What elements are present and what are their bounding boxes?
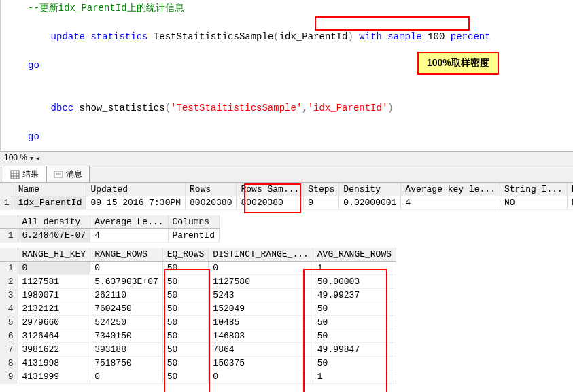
table-row[interactable]: 9413199905001 [0, 370, 396, 384]
kw-go-2: go [28, 131, 39, 142]
results-area: Name Updated Rows Rows Sam... Steps Dens… [0, 183, 573, 384]
col-eq-rows[interactable]: EQ_ROWS [162, 248, 209, 262]
col-string-index[interactable]: String I... [500, 183, 567, 196]
table-row[interactable]: 7398162239318850786449.99847 [0, 343, 396, 357]
col-avg-key-len[interactable]: Average key le... [401, 183, 500, 196]
row-header-blank [0, 183, 14, 196]
table-row[interactable]: 4213212176024505015204950 [0, 302, 396, 316]
svg-rect-0 [11, 171, 19, 179]
kw-dbcc: dbcc [51, 103, 74, 113]
annotation-density: 100%取样密度 [417, 52, 499, 75]
col-rows-sampled[interactable]: Rows Sam... [237, 183, 304, 196]
results-grid-density[interactable]: All density Average Le... Columns 1 6.24… [0, 215, 220, 243]
messages-icon [54, 170, 63, 179]
sql-editor-pane[interactable]: --更新idx_ParentId上的统计信息 update statistics… [0, 0, 573, 151]
col-updated[interactable]: Updated [86, 183, 186, 196]
table-row[interactable]: 6312646473401505014680350 [0, 329, 396, 343]
tab-messages[interactable]: 消息 [46, 166, 90, 182]
table-row[interactable]: 3198007126211050524349.99237 [0, 289, 396, 302]
zoom-bar[interactable]: 100 % ▾ ◂ [0, 151, 573, 164]
results-tabs: 结果 消息 [0, 164, 573, 183]
kw-update: update [51, 31, 85, 42]
zoom-level: 100 % [4, 153, 27, 162]
col-avg-range-rows[interactable]: AVG_RANGE_ROWS [313, 248, 396, 262]
col-all-density[interactable]: All density [18, 215, 90, 229]
table-row[interactable]: 1 6.248407E-07 4 ParentId [0, 229, 219, 243]
col-range-rows[interactable]: RANGE_ROWS [90, 248, 163, 262]
col-avg-len[interactable]: Average Le... [90, 215, 168, 229]
col-rows[interactable]: Rows [186, 183, 237, 196]
table-row[interactable]: 211275815.637903E+0750112758050.00003 [0, 275, 396, 289]
tab-results[interactable]: 结果 [3, 166, 46, 182]
table-row[interactable]: 8413199875187505015037550 [0, 357, 396, 370]
results-grid-histogram[interactable]: RANGE_HI_KEY RANGE_ROWS EQ_ROWS DISTINCT… [0, 248, 396, 384]
table-row[interactable]: 1 idx_ParentId 09 15 2016 7:30PM 8002038… [0, 196, 573, 210]
col-distinct-range[interactable]: DISTINCT_RANGE_... [209, 248, 313, 262]
zoom-nav-icon[interactable]: ◂ [36, 154, 39, 162]
kw-go: go [28, 60, 39, 71]
col-columns[interactable]: Columns [168, 215, 219, 229]
table-row[interactable]: 1005001 [0, 262, 396, 275]
col-steps[interactable]: Steps [304, 183, 339, 196]
grid-icon [10, 170, 20, 179]
col-filter[interactable]: Fi [567, 183, 573, 196]
table-row[interactable]: 52979660524250501048550 [0, 316, 396, 329]
col-range-hi-key[interactable]: RANGE_HI_KEY [18, 248, 90, 262]
zoom-dropdown-icon[interactable]: ▾ [30, 154, 33, 162]
col-density[interactable]: Density [339, 183, 401, 196]
results-grid-stats-header[interactable]: Name Updated Rows Rows Sam... Steps Dens… [0, 183, 573, 210]
sql-comment: --更新idx_ParentId上的统计信息 [28, 3, 184, 14]
col-name[interactable]: Name [14, 183, 86, 196]
